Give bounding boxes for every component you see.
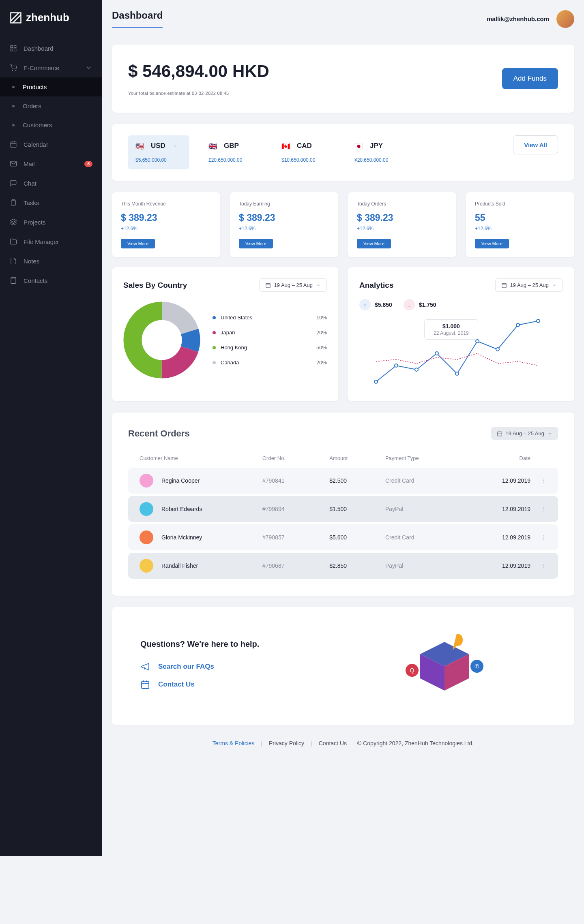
sidebar-item-label: Projects: [24, 219, 45, 226]
sidebar-item-projects[interactable]: Projects: [0, 212, 102, 232]
mail-icon: [10, 160, 17, 167]
stat-title: Today Orders: [357, 201, 447, 207]
date-range-picker[interactable]: 19 Aug – 25 Aug: [259, 278, 327, 292]
avatar: [140, 559, 153, 573]
megaphone-icon: [140, 662, 150, 672]
customer-name: Randall Fisher: [161, 563, 198, 569]
table-row[interactable]: Regina Cooper#790841$2.500Credit Card12.…: [128, 468, 558, 494]
legend-row: Japan20%: [213, 329, 327, 336]
legend-dot: [213, 316, 216, 319]
sidebar-item-orders[interactable]: Orders: [0, 96, 102, 116]
faq-link[interactable]: Search our FAQs: [140, 658, 343, 676]
date-range-picker[interactable]: 19 Aug – 25 Aug: [491, 427, 558, 440]
sidebar-item-mail[interactable]: Mail8: [0, 154, 102, 173]
contact-link[interactable]: Contact Us: [319, 740, 347, 746]
flag-icon: 🇬🇧: [208, 142, 219, 150]
legend-row: Hong Kong50%: [213, 344, 327, 351]
tooltip-amount: $1.000: [434, 323, 469, 329]
customer-name: Gloria Mckinney: [161, 534, 202, 541]
svg-point-34: [537, 319, 540, 323]
sidebar-item-label: Contacts: [24, 277, 47, 284]
fx-item-jpy[interactable]: 🇯🇵JPY¥20,650,000.00: [347, 135, 408, 169]
fx-item-gbp[interactable]: 🇬🇧GBP£20,650,000.00: [201, 135, 262, 169]
privacy-link[interactable]: Privacy Policy: [269, 740, 304, 746]
fx-code: CAD: [297, 142, 312, 150]
tooltip-date: 22 August, 2019: [434, 330, 469, 336]
sidebar-item-label: Products: [23, 83, 47, 90]
arrow-right-icon: →: [170, 142, 177, 150]
view-more-button[interactable]: View More: [475, 239, 509, 248]
sidebar-item-notes[interactable]: Notes: [0, 251, 102, 271]
table-row[interactable]: Robert Edwards#799894$1.500PayPal12.09.2…: [128, 496, 558, 522]
stat-delta: +12.6%: [239, 226, 329, 231]
sidebar-item-contacts[interactable]: Contacts: [0, 271, 102, 290]
mail-badge: 8: [84, 161, 92, 167]
svg-rect-15: [11, 278, 16, 284]
date-range-picker[interactable]: 19 Aug – 25 Aug: [495, 278, 563, 292]
brand-logo[interactable]: zhenhub: [0, 0, 102, 35]
add-funds-button[interactable]: Add Funds: [502, 68, 558, 89]
metric-down: ↓$1.750: [404, 299, 436, 310]
table-row[interactable]: Randall Fisher#790687$2.850PayPal12.09.2…: [128, 553, 558, 579]
fx-item-cad[interactable]: 🇨🇦CAD$10,650,000.00: [274, 135, 335, 169]
date-range-label: 19 Aug – 25 Aug: [274, 282, 313, 288]
fx-amount: £20,650,000.00: [208, 157, 255, 163]
legend-label: Canada: [221, 359, 239, 366]
more-icon[interactable]: ⋮: [530, 563, 547, 569]
sidebar-item-ecommerce[interactable]: E-Commerce: [0, 58, 102, 77]
help-title: Questions? We're here to help.: [140, 640, 343, 649]
sidebar-item-products[interactable]: Products: [0, 77, 102, 96]
col-order: Order No.: [262, 455, 329, 461]
terms-link[interactable]: Terms & Policies: [213, 740, 254, 746]
svg-point-6: [15, 70, 16, 71]
fx-amount: $5,650,000.00: [135, 157, 182, 163]
more-icon[interactable]: ⋮: [530, 534, 547, 541]
svg-rect-24: [502, 283, 506, 288]
sidebar-item-calendar[interactable]: Calendar: [0, 135, 102, 154]
avatar[interactable]: [556, 10, 574, 28]
sidebar-item-customers[interactable]: Customers: [0, 116, 102, 135]
legend-value: 10%: [316, 314, 327, 321]
topbar: Dashboard mallik@zhenhub.com: [112, 0, 574, 35]
more-icon[interactable]: ⋮: [530, 477, 547, 484]
order-amount: $2.850: [329, 563, 385, 569]
sidebar-item-dashboard[interactable]: Dashboard: [0, 38, 102, 58]
view-more-button[interactable]: View More: [357, 239, 391, 248]
copyright-text: © Copyright 2022, ZhenHub Technologies L…: [357, 740, 474, 746]
sidebar-item-file-manager[interactable]: File Manager: [0, 232, 102, 251]
metric-value: $5.850: [375, 302, 392, 308]
sidebar-item-label: Notes: [24, 258, 39, 265]
legend-value: 20%: [316, 359, 327, 366]
cart-icon: [10, 64, 17, 71]
stat-value: $ 389.23: [357, 212, 447, 223]
fx-code: GBP: [224, 142, 239, 150]
chart-title: Sales By Country: [123, 281, 187, 290]
sidebar-item-label: File Manager: [24, 238, 59, 245]
sidebar-item-label: Calendar: [24, 141, 48, 148]
svg-rect-11: [11, 161, 17, 166]
svg-rect-17: [266, 283, 270, 288]
calendar-icon: [140, 680, 150, 689]
order-amount: $5.600: [329, 534, 385, 541]
order-date: 12.09.2019: [464, 477, 530, 484]
date-range-label: 19 Aug – 25 Aug: [506, 430, 544, 436]
svg-point-28: [415, 368, 418, 371]
stat-title: Today Earning: [239, 201, 329, 207]
user-email[interactable]: mallik@zhenhub.com: [487, 15, 549, 22]
fx-code: USD: [151, 142, 165, 150]
calendar-icon: [497, 431, 502, 436]
payment-type: PayPal: [385, 563, 464, 569]
svg-point-26: [374, 380, 378, 383]
table-row[interactable]: Gloria Mckinney#790857$5.600Credit Card1…: [128, 524, 558, 550]
view-more-button[interactable]: View More: [121, 239, 155, 248]
sidebar-item-label: Dashboard: [24, 45, 53, 52]
fx-item-usd[interactable]: 🇺🇸USD→$5,650,000.00: [128, 135, 189, 169]
arrow-down-icon: ↓: [404, 299, 415, 310]
sidebar-item-chat[interactable]: Chat: [0, 173, 102, 193]
view-all-button[interactable]: View All: [513, 135, 558, 154]
sidebar-item-tasks[interactable]: Tasks: [0, 193, 102, 212]
sidebar-item-label: E-Commerce: [24, 64, 59, 71]
more-icon[interactable]: ⋮: [530, 506, 547, 512]
view-more-button[interactable]: View More: [239, 239, 273, 248]
contact-link[interactable]: Contact Us: [140, 676, 343, 693]
